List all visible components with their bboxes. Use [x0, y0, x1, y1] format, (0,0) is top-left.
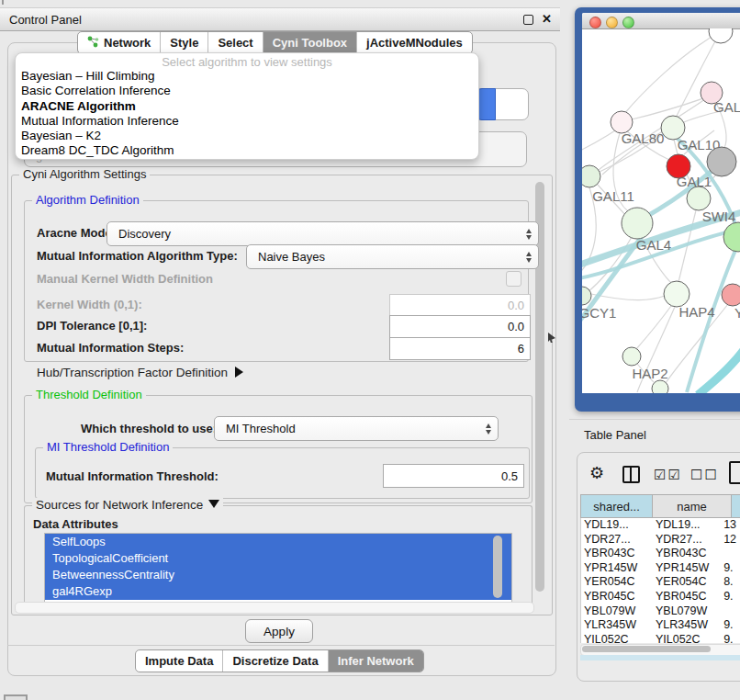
data-attributes-label: Data Attributes — [33, 517, 118, 531]
column-header-name[interactable]: name — [653, 494, 732, 518]
aracne-mode-combo[interactable]: Discovery — [107, 221, 539, 246]
dpi-tolerance-field[interactable]: 0.0 — [389, 315, 531, 338]
deselect-all-checkboxes-icon[interactable]: ☐☐ — [690, 467, 719, 483]
settings-horizontal-scrollbar[interactable] — [15, 602, 534, 614]
zoom-traffic-light[interactable] — [622, 17, 634, 28]
data-attributes-list[interactable]: SelfLoopsTopologicalCoefficientBetweenne… — [44, 533, 512, 604]
table-cell: 8. — [721, 575, 740, 590]
table-row[interactable]: YIL052CYIL052C9. — [581, 633, 740, 643]
column-header-shared[interactable]: shared... — [580, 494, 653, 518]
network-node-swi4[interactable] — [687, 186, 711, 210]
tab-impute-data[interactable]: Impute Data — [136, 650, 223, 672]
mi-steps-value: 6 — [518, 342, 524, 356]
aracne-mode-value: Discovery — [118, 227, 171, 241]
combo-spinner-icon — [526, 229, 532, 240]
which-threshold-label: Which threshold to use: — [81, 422, 217, 435]
bottom-left-widget — [4, 694, 28, 700]
table-row[interactable]: YBR045CYBR045C9. — [581, 590, 740, 604]
algorithm-option[interactable]: Bayesian – Hill Climbing — [16, 69, 478, 84]
manual-kernel-label: Manual Kernel Width Definition — [37, 272, 213, 286]
combo-spinner-icon — [486, 423, 491, 435]
table-cell: YER054C — [653, 575, 721, 590]
network-node[interactable] — [709, 28, 733, 43]
algorithm-options: Bayesian – Hill ClimbingBasic Correlatio… — [16, 69, 478, 159]
cyni-settings-title: Cyni Algorithm Settings — [19, 167, 150, 181]
aracne-mode-label: Aracne Mode: — [37, 226, 116, 240]
minimize-traffic-light[interactable] — [606, 17, 618, 28]
table-cell: YBR043C — [581, 547, 653, 561]
tab-label: Network — [104, 36, 151, 50]
column-header[interactable] — [732, 494, 740, 518]
network-node-label: HAP2 — [632, 366, 667, 381]
attributes-scrollbar[interactable] — [493, 536, 502, 598]
network-edge[interactable] — [591, 294, 665, 300]
network-node-gal11[interactable] — [582, 165, 600, 187]
network-node-hap2[interactable] — [622, 347, 641, 366]
table-row[interactable]: YBR043CYBR043C — [581, 547, 740, 561]
tab-select[interactable]: Select — [208, 32, 263, 53]
expand-right-icon[interactable] — [235, 367, 243, 378]
hub-definition-toggle[interactable]: Hub/Transcription Factor Definition — [37, 366, 243, 379]
table-footer-strip — [580, 655, 740, 660]
attribute-item[interactable]: TopologicalCoefficient — [45, 550, 511, 567]
table-cell: YBR043C — [653, 547, 721, 561]
algorithm-option[interactable]: Dream8 DC_TDC Algorithm — [16, 143, 478, 158]
network-canvas[interactable]: GALGAL80GAL10GAL1GAL11SWI4GAL4GCY1HAP4YH… — [582, 28, 740, 393]
attribute-item[interactable]: SelfLoops — [45, 534, 511, 550]
close-panel-icon[interactable]: ✕ — [542, 12, 552, 26]
manual-kernel-checkbox[interactable] — [506, 271, 521, 287]
float-panel-icon[interactable] — [523, 15, 533, 25]
attribute-item[interactable]: BetweennessCentrality — [45, 567, 511, 583]
mi-threshold-field[interactable]: 0.5 — [383, 464, 524, 488]
algorithm-option[interactable]: ARACNE Algorithm — [16, 99, 478, 114]
network-node-label: GAL4 — [636, 237, 671, 253]
attribute-item[interactable]: gal4RGexp — [45, 583, 511, 600]
column-layout-icon[interactable] — [622, 466, 640, 483]
dpi-tolerance-label: DPI Tolerance [0,1]: — [37, 319, 147, 333]
network-node-hap4[interactable] — [664, 281, 690, 307]
tab-label: jActiveMNodules — [366, 36, 463, 50]
table-row[interactable]: YDR27...YDR27...12 — [581, 533, 740, 548]
network-node-y[interactable] — [722, 284, 740, 306]
mi-steps-field[interactable]: 6 — [389, 337, 531, 360]
document-icon[interactable] — [729, 461, 740, 484]
table-row[interactable]: YDL19...YDL19...13 — [581, 518, 740, 533]
network-node-label: SWI4 — [702, 209, 736, 224]
bottom-divider — [7, 645, 555, 646]
network-window-titlebar[interactable] — [582, 13, 740, 29]
table-cell: 9. — [721, 590, 740, 604]
close-traffic-light[interactable] — [589, 17, 601, 28]
gear-icon[interactable]: ⚙ — [589, 463, 604, 483]
network-node[interactable] — [707, 147, 736, 176]
network-node[interactable] — [723, 222, 740, 252]
kernel-width-field[interactable]: 0.0 — [389, 294, 531, 317]
table-row[interactable]: YPR145WYPR145W9. — [581, 561, 740, 576]
tab-jactivemnodules[interactable]: jActiveMNodules — [357, 32, 472, 53]
table-row[interactable]: YLR345WYLR345W9. — [581, 618, 740, 633]
algorithm-option[interactable]: Bayesian – K2 — [16, 129, 478, 143]
network-node-gal4[interactable] — [622, 208, 653, 239]
apply-button[interactable]: Apply — [245, 619, 313, 643]
network-node[interactable] — [652, 380, 668, 393]
mi-type-combo[interactable]: Naive Bayes — [246, 244, 539, 269]
algorithm-option[interactable]: Mutual Information Inference — [16, 114, 478, 129]
which-threshold-combo[interactable]: MI Threshold — [214, 416, 499, 441]
which-threshold-value: MI Threshold — [226, 422, 296, 435]
tab-network[interactable]: Network — [78, 32, 161, 53]
tab-cyni-toolbox[interactable]: Cyni Toolbox — [263, 32, 357, 53]
table-row[interactable]: YBL079WYBL079W — [581, 604, 740, 619]
table-cell: YBL079W — [581, 604, 653, 619]
table-hscroll-thumb[interactable] — [582, 646, 711, 652]
tab-style[interactable]: Style — [161, 32, 208, 53]
collapse-down-icon[interactable] — [208, 500, 219, 508]
select-all-checkboxes-icon[interactable]: ☑☑ — [654, 467, 682, 483]
table-row[interactable]: YER054CYER054C8. — [581, 575, 740, 590]
dpi-tolerance-value: 0.0 — [508, 320, 524, 333]
tab-discretize-data[interactable]: Discretize Data — [223, 650, 328, 672]
tab-infer-network[interactable]: Infer Network — [329, 650, 423, 672]
network-node-label: GAL — [713, 99, 740, 115]
algorithm-option[interactable]: Basic Correlation Inference — [16, 84, 478, 98]
network-node-gcy1[interactable] — [582, 287, 591, 305]
table-panel-titlebar: Table Panel — [569, 419, 740, 447]
network-edge[interactable] — [698, 347, 740, 393]
